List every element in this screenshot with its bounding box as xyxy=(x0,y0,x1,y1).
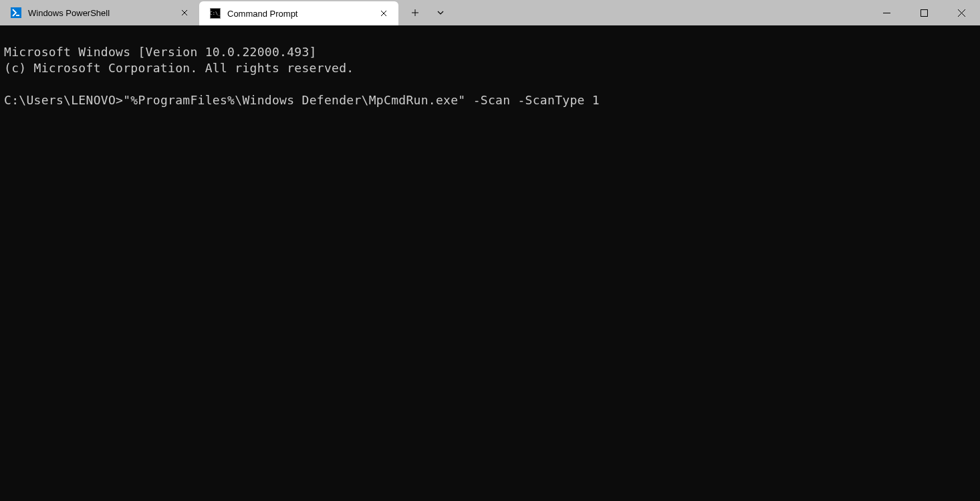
minimize-button[interactable] xyxy=(868,0,905,25)
window-controls xyxy=(868,0,980,25)
cmd-icon: C:\_ xyxy=(210,8,221,19)
tab-close-button[interactable] xyxy=(377,7,390,20)
maximize-button[interactable] xyxy=(905,0,943,25)
new-tab-button[interactable] xyxy=(404,3,426,23)
terminal-output[interactable]: Microsoft Windows [Version 10.0.22000.49… xyxy=(0,25,980,501)
titlebar-drag-area[interactable] xyxy=(457,0,868,25)
tab-title: Windows PowerShell xyxy=(28,8,171,18)
tab-title: Command Prompt xyxy=(227,9,370,19)
close-window-button[interactable] xyxy=(943,0,980,25)
tab-command-prompt[interactable]: C:\_ Command Prompt xyxy=(199,1,398,25)
prompt: C:\Users\LENOVO> xyxy=(4,93,123,107)
terminal-line: (c) Microsoft Corporation. All rights re… xyxy=(4,61,354,75)
tab-powershell[interactable]: Windows PowerShell xyxy=(0,0,199,25)
command-text: "%ProgramFiles%\Windows Defender\MpCmdRu… xyxy=(123,93,600,107)
tab-dropdown-button[interactable] xyxy=(429,3,452,23)
tab-close-button[interactable] xyxy=(178,6,191,19)
titlebar: Windows PowerShell C:\_ Command Prompt xyxy=(0,0,980,25)
tabs-container: Windows PowerShell C:\_ Command Prompt xyxy=(0,0,398,25)
terminal-prompt-line: C:\Users\LENOVO>"%ProgramFiles%\Windows … xyxy=(4,93,600,107)
terminal-line: Microsoft Windows [Version 10.0.22000.49… xyxy=(4,45,317,59)
powershell-icon xyxy=(11,7,21,18)
tab-controls xyxy=(398,0,457,25)
svg-rect-0 xyxy=(921,9,927,16)
